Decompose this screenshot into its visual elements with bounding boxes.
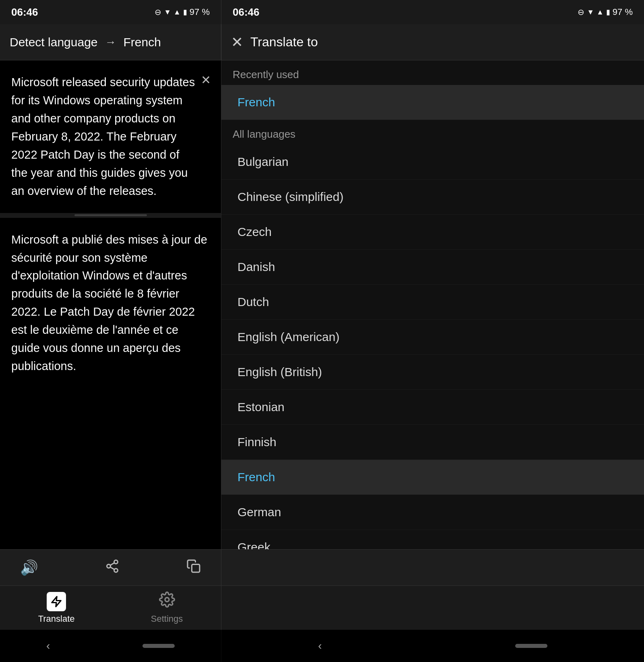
right-toolbar: ✕ Translate to — [221, 24, 644, 60]
lang-item-czech[interactable]: Czech — [221, 215, 644, 250]
lang-item-dutch[interactable]: Dutch — [221, 285, 644, 320]
settings-nav-label: Settings — [151, 614, 183, 624]
lang-name: Czech — [237, 225, 272, 238]
wifi-icon: ▼ — [164, 8, 171, 17]
svg-line-4 — [110, 563, 114, 565]
recently-used-label: Recently used — [221, 60, 644, 85]
svg-line-3 — [110, 567, 114, 569]
lang-item-danish[interactable]: Danish — [221, 250, 644, 285]
home-pill-left — [142, 644, 175, 648]
right-system-nav: ‹ — [221, 630, 644, 662]
battery-percent-left: 97 % — [190, 7, 210, 17]
lang-name: Estonian — [237, 400, 285, 414]
back-button-left[interactable]: ‹ — [46, 639, 50, 652]
nav-item-settings[interactable]: Settings — [151, 592, 183, 624]
source-text-container: Microsoft released security updates for … — [0, 60, 221, 213]
lang-item-greek[interactable]: Greek — [221, 530, 644, 549]
translate-nav-icon — [47, 592, 66, 611]
lang-item-french-recent[interactable]: French — [221, 85, 644, 120]
left-nav-bar: Translate Settings — [0, 585, 221, 630]
svg-point-7 — [165, 598, 169, 602]
section-divider — [0, 213, 221, 218]
all-languages-label: All languages — [221, 120, 644, 145]
right-nav-bar — [221, 585, 644, 630]
lang-name: English (American) — [237, 330, 339, 343]
lang-item-english-british[interactable]: English (British) — [221, 355, 644, 390]
dnd-icon: ⊖ — [155, 7, 161, 17]
lang-item-chinese-simplified[interactable]: Chinese (simplified) — [221, 180, 644, 215]
share-icon[interactable] — [105, 559, 120, 577]
lang-item-english-american[interactable]: English (American) — [221, 320, 644, 355]
lang-name: Bulgarian — [237, 155, 289, 168]
status-icons-left: ⊖ ▼ ▲ ▮ 97 % — [155, 7, 210, 17]
copy-icon[interactable] — [186, 559, 201, 577]
lang-item-finnish[interactable]: Finnish — [221, 425, 644, 460]
status-icons-right: ⊖ ▼ ▲ ▮ 97 % — [578, 7, 633, 17]
time-right: 06:46 — [233, 6, 260, 19]
lang-item-estonian[interactable]: Estonian — [221, 390, 644, 425]
signal-icon: ▲ — [173, 8, 181, 17]
lang-item-french-all[interactable]: French — [221, 460, 644, 495]
lang-name: Finnish — [237, 435, 277, 449]
svg-rect-5 — [192, 564, 200, 572]
left-bottom-toolbar: 🔊 — [0, 550, 221, 585]
arrow-icon: → — [105, 36, 116, 49]
signal-icon-r: ▲ — [597, 8, 604, 17]
source-text: Microsoft released security updates for … — [11, 73, 197, 200]
status-bar-left: 06:46 ⊖ ▼ ▲ ▮ 97 % — [0, 0, 221, 24]
lang-name: French — [237, 470, 275, 484]
lang-name: English (British) — [237, 365, 322, 379]
home-pill-right — [515, 644, 547, 648]
volume-icon[interactable]: 🔊 — [20, 559, 38, 576]
back-button-right[interactable]: ‹ — [318, 639, 322, 652]
lang-item-german[interactable]: German — [221, 495, 644, 530]
status-bar-right: 06:46 ⊖ ▼ ▲ ▮ 97 % — [221, 0, 644, 24]
svg-marker-6 — [52, 596, 61, 606]
settings-nav-icon — [159, 592, 175, 611]
lang-name-french-recent: French — [237, 95, 275, 109]
translated-text-container: Microsoft a publié des mises à jour de s… — [0, 218, 221, 549]
time-left: 06:46 — [11, 6, 38, 19]
translated-text: Microsoft a publié des mises à jour de s… — [11, 231, 210, 376]
lang-name: Danish — [237, 260, 275, 273]
battery-percent-right: 97 % — [613, 7, 633, 17]
toolbar-close-icon[interactable]: ✕ — [231, 34, 243, 51]
nav-item-translate[interactable]: Translate — [38, 592, 75, 624]
right-bottom-toolbar — [221, 550, 644, 585]
target-language-label[interactable]: French — [124, 35, 161, 49]
battery-icon-r: ▮ — [606, 8, 610, 17]
dnd-icon-r: ⊖ — [578, 7, 584, 17]
wifi-icon-r: ▼ — [587, 8, 594, 17]
left-panel: Microsoft released security updates for … — [0, 60, 221, 549]
lang-name: Chinese (simplified) — [237, 190, 343, 203]
detect-language-label[interactable]: Detect language — [10, 35, 98, 49]
lang-name: Greek — [237, 540, 270, 549]
battery-icon: ▮ — [183, 8, 187, 17]
lang-name: Dutch — [237, 295, 269, 308]
left-toolbar: Detect language → French — [0, 24, 221, 60]
lang-name: German — [237, 505, 281, 519]
translate-nav-label: Translate — [38, 614, 75, 624]
close-source-button[interactable]: ✕ — [198, 72, 214, 88]
translate-to-label: Translate to — [250, 35, 318, 50]
left-system-nav: ‹ — [0, 630, 221, 662]
lang-item-bulgarian[interactable]: Bulgarian — [221, 145, 644, 180]
right-panel: Recently used French All languages Bulga… — [221, 60, 644, 549]
